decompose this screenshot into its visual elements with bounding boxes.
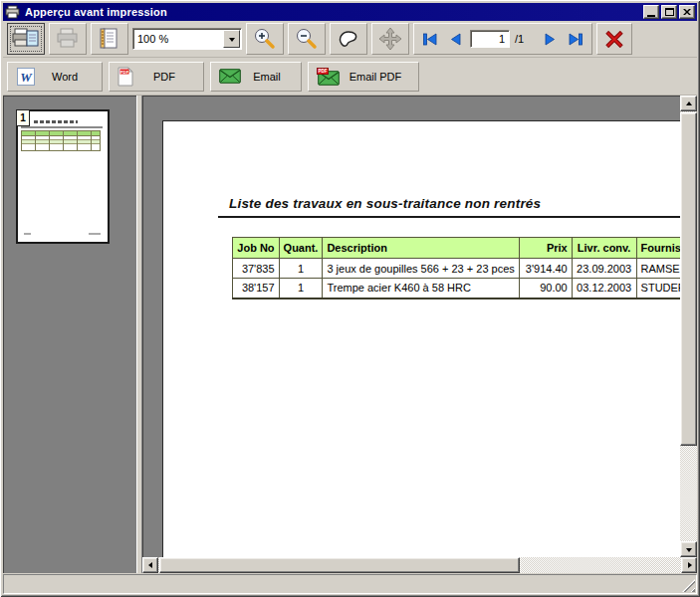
zoom-level-select[interactable]: 100 % xyxy=(132,28,242,50)
svg-text:PDF: PDF xyxy=(318,69,327,74)
maximize-button[interactable] xyxy=(661,5,677,19)
status-bar xyxy=(3,574,697,594)
cell-quant: 1 xyxy=(279,279,323,298)
zoom-out-button[interactable] xyxy=(288,23,326,55)
scroll-right-button[interactable] xyxy=(681,557,697,573)
cell-fournisseur: RAMSE xyxy=(636,259,680,279)
document-page: Liste des travaux en sous-traitance non … xyxy=(162,120,680,557)
zoom-level-value: 100 % xyxy=(133,33,223,45)
chevron-down-icon xyxy=(229,38,235,45)
arrow-down-icon xyxy=(686,548,692,555)
email-icon xyxy=(219,69,241,84)
cell-jobno: 38'157 xyxy=(233,279,280,298)
lasso-icon xyxy=(337,28,360,50)
page-total-label: /1 xyxy=(515,33,524,45)
print-button[interactable] xyxy=(49,23,87,55)
title-underline xyxy=(218,216,680,218)
preview-canvas: Liste des travaux en sous-traitance non … xyxy=(142,96,680,557)
window-controls xyxy=(643,5,695,19)
print-icon xyxy=(56,28,80,50)
svg-text:PDF: PDF xyxy=(120,69,129,74)
word-icon: W xyxy=(16,67,36,87)
export-pdf-label: PDF xyxy=(133,71,195,83)
col-header-fournisseur: Fournis xyxy=(636,238,680,259)
arrow-up-icon xyxy=(686,99,692,105)
col-header-description: Description xyxy=(323,238,520,259)
content-area: 1 Liste des travaux en sous-traitance no… xyxy=(3,96,697,573)
scroll-up-button[interactable] xyxy=(680,96,697,111)
cell-prix: 90.00 xyxy=(520,279,572,298)
previous-page-icon xyxy=(448,33,464,46)
svg-text:W: W xyxy=(20,69,33,84)
zoom-out-icon xyxy=(294,27,320,51)
titlebar[interactable]: Apperçu avant impression xyxy=(3,3,697,21)
cell-livr: 03.12.2003 xyxy=(572,279,636,298)
close-preview-button[interactable] xyxy=(596,23,632,55)
thumbnail-panel: 1 xyxy=(3,96,136,573)
table-row: 38'157 1 Trempe acier K460 à 58 HRC 90.0… xyxy=(233,279,681,298)
zoom-in-button[interactable] xyxy=(246,23,284,55)
next-page-button[interactable] xyxy=(538,26,562,52)
thumbnail-rule xyxy=(21,126,103,128)
col-header-livr: Livr. conv. xyxy=(572,238,636,259)
pdf-icon: PDF xyxy=(117,67,133,87)
horizontal-scroll-track[interactable] xyxy=(158,557,681,573)
export-toolbar: W Word PDF PDF Email xyxy=(3,58,697,96)
last-page-icon xyxy=(568,33,583,46)
main-toolbar: 100 % xyxy=(3,21,697,58)
export-word-label: Word xyxy=(36,71,94,83)
table-header-row: Job No Quant. Description Prix Livr. con… xyxy=(233,238,681,259)
close-button[interactable] xyxy=(679,5,695,19)
report-setup-button[interactable] xyxy=(91,23,128,55)
cell-fournisseur: STUDER xyxy=(636,279,680,298)
cell-livr: 23.09.2003 xyxy=(572,259,636,279)
thumbnail-footer-right xyxy=(89,233,101,235)
cell-quant: 1 xyxy=(279,259,323,279)
window-title: Apperçu avant impression xyxy=(25,6,643,18)
thumbnail-title-placeholder xyxy=(34,120,78,123)
export-email-button[interactable]: Email xyxy=(210,62,302,92)
print-preview-button[interactable] xyxy=(7,23,45,55)
cell-prix: 3'914.40 xyxy=(520,259,572,279)
page-navigation-group: /1 xyxy=(413,23,592,55)
export-pdf-button[interactable]: PDF PDF xyxy=(109,62,204,92)
vertical-scroll-thumb[interactable] xyxy=(680,112,697,446)
previous-page-button[interactable] xyxy=(444,26,468,52)
arrow-left-icon xyxy=(145,562,152,568)
col-header-jobno: Job No xyxy=(233,238,280,259)
minimize-icon xyxy=(647,15,655,17)
pan-button[interactable] xyxy=(371,23,409,55)
horizontal-scrollbar[interactable] xyxy=(142,557,697,573)
next-page-icon xyxy=(542,33,558,46)
last-page-button[interactable] xyxy=(564,26,587,52)
minimize-button[interactable] xyxy=(643,5,659,19)
zoom-in-icon xyxy=(252,27,278,51)
export-email-label: Email xyxy=(241,71,293,83)
print-preview-window: Apperçu avant impression xyxy=(0,0,700,597)
zoom-dropdown-button[interactable] xyxy=(223,30,240,48)
arrow-right-icon xyxy=(688,562,695,568)
page-thumbnail[interactable]: 1 xyxy=(16,109,110,244)
lasso-select-button[interactable] xyxy=(330,23,367,55)
scroll-down-button[interactable] xyxy=(680,541,697,557)
cell-description: 3 jeux de goupilles 566 + 23 + 23 pces xyxy=(323,259,520,279)
close-red-icon xyxy=(605,31,623,48)
page-number-input[interactable] xyxy=(470,30,510,48)
printer-icon xyxy=(5,5,21,19)
thumbnail-page-number: 1 xyxy=(16,109,30,126)
pan-icon xyxy=(378,27,402,51)
scroll-left-button[interactable] xyxy=(142,557,158,573)
first-page-icon xyxy=(422,33,438,46)
thumbnail-table-preview xyxy=(21,130,101,151)
vertical-scrollbar[interactable] xyxy=(680,96,697,557)
export-email-pdf-label: Email PDF xyxy=(341,71,410,83)
resize-grip[interactable] xyxy=(682,579,695,592)
first-page-button[interactable] xyxy=(418,26,442,52)
maximize-icon xyxy=(665,8,674,16)
cell-description: Trempe acier K460 à 58 HRC xyxy=(323,279,520,298)
vertical-scroll-track[interactable] xyxy=(680,111,697,541)
export-email-pdf-button[interactable]: PDF Email PDF xyxy=(308,62,419,92)
horizontal-scroll-thumb[interactable] xyxy=(159,557,520,573)
export-word-button[interactable]: W Word xyxy=(7,62,103,92)
cell-jobno: 37'835 xyxy=(233,259,280,279)
